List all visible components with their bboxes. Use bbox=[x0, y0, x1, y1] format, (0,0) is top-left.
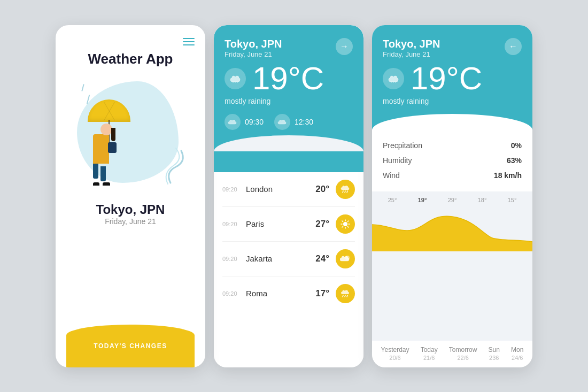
city-time-london: 09:20 bbox=[222, 186, 242, 193]
day-mon: Mon 24/6 bbox=[511, 346, 523, 361]
temperature-chart: 25° 19° 29° 18° 15° bbox=[372, 191, 532, 341]
city-icon-paris bbox=[336, 214, 355, 234]
app-title: Weather App bbox=[88, 51, 173, 67]
chart-day-labels: Yesterday 20/6 Today 21/6 Tomorrow 22/6 … bbox=[372, 341, 532, 367]
svg-line-5 bbox=[347, 191, 347, 193]
stat-label-wind: Wind bbox=[383, 171, 400, 180]
wave-divider-3 bbox=[372, 114, 532, 130]
screen-home: Weather App bbox=[56, 25, 205, 367]
chart-temp-15: 15° bbox=[508, 197, 517, 203]
city-time-roma: 09:20 bbox=[222, 290, 242, 297]
day-label-tomorrow: Tomorrow bbox=[449, 346, 477, 353]
city-name-paris: Paris bbox=[246, 219, 315, 228]
chart-temp-19: 19° bbox=[418, 197, 427, 203]
svg-line-14 bbox=[342, 226, 343, 227]
chart-svg bbox=[372, 203, 532, 251]
today-changes-button[interactable]: TODAY'S CHANGES bbox=[94, 342, 167, 350]
back-arrow-button[interactable]: ← bbox=[505, 38, 522, 55]
city-list: 09:20 London 20° 09:20 Paris 27° bbox=[214, 172, 363, 367]
screen-cities: Tokyo, JPN Friday, June 21 → 19°C mostly… bbox=[214, 25, 363, 367]
city-name-london: London bbox=[246, 185, 315, 194]
temperature-row: 19°C bbox=[225, 63, 353, 95]
time-item-1: 09:30 bbox=[225, 114, 264, 130]
current-weather-icon bbox=[225, 68, 246, 89]
svg-line-4 bbox=[345, 191, 345, 193]
cta-footer[interactable]: TODAY'S CHANGES bbox=[66, 325, 195, 367]
day-date-sun: 236 bbox=[489, 355, 499, 361]
day-tomorrow: Tomorrow 22/6 bbox=[449, 346, 477, 361]
day-label-today: Today bbox=[421, 346, 438, 353]
city-temp-roma: 17° bbox=[315, 288, 329, 299]
city-icon-jakarta bbox=[336, 249, 355, 268]
stat-label-precipitation: Precpitation bbox=[383, 141, 422, 150]
person-figure bbox=[93, 99, 130, 186]
day-label-yesterday: Yesterday bbox=[381, 346, 409, 353]
city-info-3: Tokyo, JPN Friday, June 21 bbox=[383, 38, 440, 58]
illustration bbox=[72, 76, 189, 194]
chart-temp-18: 18° bbox=[478, 197, 487, 203]
stat-humidity: Humidity 63% bbox=[383, 153, 522, 168]
city-temp-paris: 27° bbox=[315, 219, 329, 229]
day-today: Today 21/6 bbox=[421, 346, 438, 361]
weather-description-3: mostly raining bbox=[383, 97, 522, 105]
time-2: 12:30 bbox=[295, 118, 313, 126]
svg-line-18 bbox=[347, 295, 347, 297]
location-date: Friday, June 21 bbox=[105, 217, 156, 226]
city-row-paris[interactable]: 09:20 Paris 27° bbox=[222, 207, 355, 242]
header-row: Tokyo, JPN Friday, June 21 → bbox=[225, 38, 353, 58]
sky-header-3: Tokyo, JPN Friday, June 21 ← 19°C mostly… bbox=[372, 25, 532, 129]
svg-line-12 bbox=[348, 226, 349, 227]
city-temp-jakarta: 24° bbox=[315, 253, 329, 264]
svg-line-3 bbox=[343, 191, 343, 193]
svg-line-13 bbox=[348, 221, 349, 222]
weather-description: mostly raining bbox=[225, 97, 353, 105]
svg-line-16 bbox=[343, 295, 343, 297]
svg-line-11 bbox=[342, 221, 343, 222]
header-row-3: Tokyo, JPN Friday, June 21 ← bbox=[383, 38, 522, 58]
stat-value-precipitation: 0% bbox=[511, 141, 522, 150]
day-date-tomorrow: 22/6 bbox=[457, 355, 468, 361]
hamburger-icon[interactable] bbox=[183, 38, 195, 45]
city-info: Tokyo, JPN Friday, June 21 bbox=[225, 38, 282, 58]
city-row-jakarta[interactable]: 09:20 Jakarta 24° bbox=[222, 242, 355, 276]
day-date-today: 21/6 bbox=[423, 355, 435, 361]
chart-temp-29: 29° bbox=[448, 197, 457, 203]
sky-header: Tokyo, JPN Friday, June 21 → 19°C mostly… bbox=[214, 25, 363, 172]
city-icon-london bbox=[336, 180, 355, 199]
time-cloud-icon-2 bbox=[274, 114, 290, 130]
screen-detail: Tokyo, JPN Friday, June 21 ← 19°C mostly… bbox=[372, 25, 532, 367]
city-temp-london: 20° bbox=[315, 184, 329, 195]
day-date-mon: 24/6 bbox=[512, 355, 523, 361]
swirl-decoration bbox=[154, 145, 187, 188]
location-name: Tokyo, JPN bbox=[96, 202, 165, 217]
time-cloud-icon-1 bbox=[225, 114, 241, 130]
city-row-roma[interactable]: 09:20 Roma 17° bbox=[222, 276, 355, 311]
wave-divider bbox=[214, 135, 363, 151]
time-item-2: 12:30 bbox=[274, 114, 313, 130]
menu-button[interactable] bbox=[183, 38, 195, 45]
day-label-mon: Mon bbox=[511, 346, 523, 353]
time-1: 09:30 bbox=[245, 118, 264, 126]
svg-point-6 bbox=[343, 222, 347, 226]
chart-temp-25: 25° bbox=[388, 197, 397, 203]
city-date-3: Friday, June 21 bbox=[383, 50, 440, 58]
stats-panel: Precpitation 0% Humidity 63% Wind 18 km/… bbox=[372, 129, 532, 191]
stat-value-wind: 18 km/h bbox=[494, 171, 522, 180]
day-sun: Sun 236 bbox=[489, 346, 500, 361]
stat-wind: Wind 18 km/h bbox=[383, 168, 522, 183]
day-date-yesterday: 20/6 bbox=[389, 355, 400, 361]
day-yesterday: Yesterday 20/6 bbox=[381, 346, 409, 361]
city-date: Friday, June 21 bbox=[225, 50, 282, 58]
city-icon-roma bbox=[336, 284, 355, 303]
stat-value-humidity: 63% bbox=[507, 156, 522, 165]
next-arrow-button[interactable]: → bbox=[336, 38, 353, 55]
current-weather-icon-3 bbox=[383, 68, 404, 89]
city-name-3: Tokyo, JPN bbox=[383, 38, 440, 50]
stat-precipitation: Precpitation 0% bbox=[383, 138, 522, 153]
chart-temp-labels: 25° 19° 29° 18° 15° bbox=[372, 191, 532, 203]
stat-label-humidity: Humidity bbox=[383, 156, 412, 165]
city-time-paris: 09:20 bbox=[222, 221, 242, 227]
city-row-london[interactable]: 09:20 London 20° bbox=[222, 172, 355, 207]
svg-line-17 bbox=[345, 295, 345, 297]
temperature-row-3: 19°C bbox=[383, 63, 522, 95]
